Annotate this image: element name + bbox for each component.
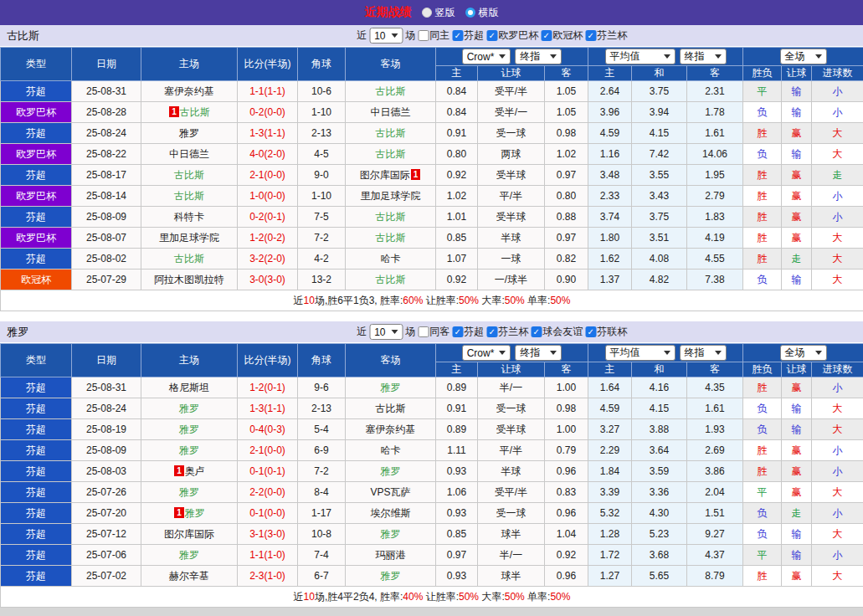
away-odds: 0.97	[545, 228, 588, 249]
average-stage-value: 终指	[685, 49, 705, 64]
match-row: 欧罗巴杯25-08-07里加足球学院1-2(0-2)7-2古比斯0.85半球0.…	[1, 228, 863, 249]
away-odds: 1.00	[545, 419, 588, 440]
games-label: 场	[405, 325, 415, 339]
match-score: 0-2(0-1)	[238, 207, 298, 228]
average-select[interactable]: 平均值	[605, 345, 676, 361]
avg-away-odds: 2.69	[687, 440, 743, 461]
avg-home-odds: 4.59	[588, 123, 632, 144]
layout-radio-vertical[interactable]: 竖版	[422, 6, 455, 20]
handicap-line: 半/一	[478, 377, 545, 398]
match-score: 1-0(0-0)	[238, 186, 298, 207]
bookmaker-select[interactable]: Crow*	[462, 345, 511, 361]
chevron-down-icon	[815, 351, 822, 355]
odds-stage-select[interactable]: 终指	[515, 49, 562, 64]
scope-select[interactable]: 全场	[780, 345, 827, 361]
layout-radio-horizontal[interactable]: 横版	[465, 6, 499, 20]
games-count-select[interactable]: 10	[369, 324, 403, 340]
summary-segment: 10	[304, 295, 315, 306]
matches-body: 芬超25-08-31塞伊奈约基1-1(1-1)10-6古比斯0.84受平/半1.…	[1, 81, 863, 311]
odds-stage-select[interactable]: 终指	[515, 345, 562, 361]
result-outcome: 胜	[743, 566, 782, 587]
result-outcome: 负	[743, 270, 782, 290]
away-odds: 0.80	[545, 186, 588, 207]
filter-league-2[interactable]: ✓芬兰杯	[486, 325, 528, 339]
corner-score: 5-4	[298, 419, 346, 440]
home-odds: 0.84	[436, 102, 478, 123]
summary-row: 近10场,胜4平2负4, 胜率:40% 让胜率:50% 大率:50% 单率:50…	[1, 587, 863, 608]
filter-league-1[interactable]: ✓芬超	[452, 325, 484, 339]
result-handicap: 输	[782, 81, 812, 102]
filter-league-3[interactable]: ✓欧冠杯	[541, 28, 583, 43]
average-group-header: 平均值 终指	[588, 48, 743, 66]
result-outcome: 平	[743, 482, 782, 503]
home-odds: 0.84	[436, 81, 478, 102]
col-avg-draw: 和	[632, 66, 687, 81]
filter-league-3[interactable]: ✓球会友谊	[531, 325, 583, 339]
avg-home-odds: 3.96	[588, 102, 632, 123]
away-team: 埃尔维斯	[371, 507, 411, 519]
avg-away-odds: 1.78	[687, 102, 743, 123]
home-team: 古比斯	[180, 106, 210, 118]
home-team-cell: 古比斯	[141, 165, 238, 186]
league-type-badge: 芬超	[1, 165, 72, 186]
summary-segment: 40%	[403, 591, 423, 603]
summary-segment: 大率:	[479, 295, 505, 306]
col-result-goals: 进球数	[812, 362, 863, 377]
away-team: 哈卡	[381, 444, 401, 456]
col-home: 主场	[141, 48, 238, 81]
summary-segment: 50%	[550, 591, 570, 603]
avg-away-odds: 7.38	[687, 270, 743, 290]
filter-league-4[interactable]: ✓芬联杯	[585, 325, 627, 339]
away-odds: 1.00	[545, 377, 588, 398]
result-handicap: 输	[782, 102, 812, 123]
corner-score: 10-8	[298, 524, 346, 545]
match-score: 3-1(3-0)	[238, 524, 298, 545]
home-team: 赫尔辛基	[169, 570, 209, 582]
home-odds: 0.85	[436, 228, 478, 249]
filter-same-venue[interactable]: 同主	[418, 28, 449, 43]
away-odds: 0.96	[545, 461, 588, 482]
filter-league-1[interactable]: ✓芬超	[452, 28, 484, 43]
avg-away-odds: 4.19	[687, 228, 743, 249]
avg-draw-odds: 3.75	[632, 81, 687, 102]
filter-league-2[interactable]: ✓欧罗巴杯	[486, 28, 538, 43]
bookmaker-select[interactable]: Crow*	[462, 49, 511, 64]
home-odds: 0.92	[436, 165, 478, 186]
result-goals: 大	[812, 228, 863, 249]
away-team: 玛丽港	[376, 549, 406, 561]
result-handicap: 赢	[782, 207, 812, 228]
league-type-badge: 芬超	[1, 81, 72, 102]
games-count-select[interactable]: 10	[369, 28, 403, 44]
away-team-cell: 图尔库国际1	[346, 165, 436, 186]
home-team: 雅罗	[179, 127, 199, 139]
summary-segment: 60%	[403, 295, 423, 306]
result-goals: 大	[812, 566, 863, 587]
filter-league-4[interactable]: ✓芬兰杯	[585, 28, 627, 43]
corner-score: 9-0	[298, 165, 346, 186]
match-row: 芬超25-07-26雅罗2-2(0-0)8-4VPS瓦萨1.06受平/半0.83…	[1, 482, 863, 503]
match-row: 欧罗巴杯25-08-22中日德兰4-0(2-0)4-5古比斯0.80两球1.02…	[1, 144, 863, 165]
scope-group-header: 全场	[743, 48, 863, 66]
col-odds-away: 客	[545, 66, 588, 81]
result-goals: 小	[812, 377, 863, 398]
avg-draw-odds: 3.94	[632, 102, 687, 123]
away-odds: 0.79	[545, 440, 588, 461]
home-odds: 1.11	[436, 440, 478, 461]
filter-same-venue[interactable]: 同客	[418, 325, 449, 339]
away-team-cell: 哈卡	[346, 440, 436, 461]
match-row: 芬超25-08-09科特卡0-2(0-1)7-5古比斯1.01受半球0.883.…	[1, 207, 863, 228]
games-label: 场	[405, 28, 415, 43]
avg-away-odds: 9.27	[687, 524, 743, 545]
match-date: 25-07-12	[72, 524, 141, 545]
average-stage-select[interactable]: 终指	[680, 345, 727, 361]
match-date: 25-08-31	[72, 377, 141, 398]
match-date: 25-07-29	[72, 270, 141, 290]
match-date: 25-08-28	[72, 102, 141, 123]
avg-draw-odds: 3.88	[632, 419, 687, 440]
result-handicap: 赢	[782, 228, 812, 249]
average-select[interactable]: 平均值	[605, 49, 676, 64]
away-team-cell: 古比斯	[346, 270, 436, 290]
average-stage-select[interactable]: 终指	[680, 49, 727, 64]
home-odds: 0.92	[436, 270, 478, 290]
scope-select[interactable]: 全场	[780, 49, 827, 64]
